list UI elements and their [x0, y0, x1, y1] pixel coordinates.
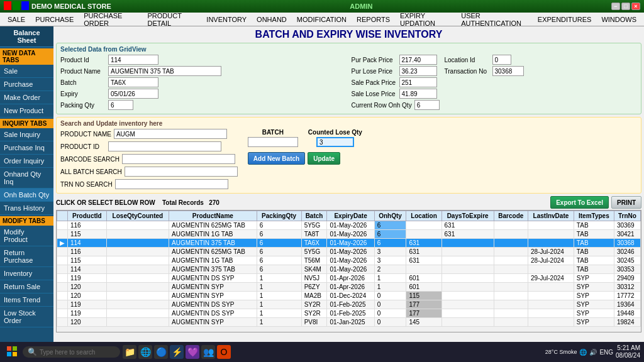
- sidebar-item-return-sale[interactable]: Return Sale: [0, 280, 53, 293]
- taskbar-icon-cmd[interactable]: ⚡: [170, 345, 184, 359]
- menu-expiry-updation[interactable]: EXPIRY UPDATION: [395, 11, 456, 28]
- location-id-input[interactable]: [492, 55, 511, 65]
- inventory-grid[interactable]: ProductId LoseQtyCounted ProductName Pac…: [56, 210, 641, 332]
- menu-sale[interactable]: SALE: [3, 14, 30, 25]
- sale-lose-label: Sale Lose Price: [352, 90, 397, 97]
- table-row[interactable]: ▶ 114 AUGMENTIN 375 TAB 6 TA6X 01-May-20…: [57, 239, 641, 248]
- search-batch-counted-area: BATCH Counted Lose Qty Add New Batch Upd…: [248, 129, 362, 190]
- taskbar-icon-office[interactable]: O: [217, 345, 231, 359]
- barcode-input[interactable]: [122, 154, 235, 164]
- taskbar-icon-edge[interactable]: 🌐: [138, 345, 152, 359]
- taskbar-search-input[interactable]: [40, 349, 115, 356]
- expiry-input[interactable]: [108, 89, 158, 99]
- search-product-name-input[interactable]: [114, 129, 227, 139]
- new-data-tabs-label: NEW DATA TABS: [0, 48, 53, 65]
- print-button[interactable]: PRINT: [611, 196, 641, 209]
- export-to-excel-button[interactable]: Export To Excel: [550, 196, 609, 209]
- transaction-no-input[interactable]: [492, 66, 524, 76]
- table-row[interactable]: 115 AUGMENTIN 1G TAB 6 TA8T 01-May-2026 …: [57, 230, 641, 239]
- page-title: BATCH AND EXPIRY WISE INVENTORY: [56, 29, 641, 40]
- menu-user-auth[interactable]: USER AUTHENTICATION: [456, 11, 533, 28]
- sidebar-item-modify-product[interactable]: Modify Product: [0, 226, 53, 246]
- trn-no-input[interactable]: [115, 179, 228, 189]
- product-name-input[interactable]: [108, 66, 221, 76]
- table-row[interactable]: 119 AUGMENTIN DS SYP 1 NV5J 01-Apr-2026 …: [57, 274, 641, 283]
- menu-modification[interactable]: MODIFICATION: [292, 14, 352, 25]
- sidebar-item-order-inquiry[interactable]: Order Inquiry: [0, 155, 53, 168]
- sidebar-item-return-purchase[interactable]: Return Purchase: [0, 246, 53, 267]
- menu-windows[interactable]: WINDOWS: [596, 14, 641, 25]
- table-row[interactable]: 115 AUGMENTIN 1G TAB 6 T56M 01-May-2026 …: [57, 256, 641, 265]
- menu-inventory[interactable]: INVENTORY: [201, 14, 252, 25]
- sidebar-item-new-product[interactable]: New Product: [0, 104, 53, 118]
- cell-lose-qty: [106, 221, 169, 230]
- menu-expenditures[interactable]: EXPENDITURES: [533, 14, 597, 25]
- date-display: 08/08/24: [616, 352, 640, 359]
- search-panel-title: Search and Update inventory here: [60, 120, 637, 127]
- menu-product-detail[interactable]: PRODUCT DETAIL: [142, 11, 201, 28]
- col-header-packing-qty: PackingQty: [257, 211, 301, 221]
- row-indicator: [57, 274, 68, 283]
- menu-reports[interactable]: REPORTS: [352, 14, 395, 25]
- menu-purchase[interactable]: PURCHASE: [30, 14, 79, 25]
- sidebar-item-purchase[interactable]: Purchase: [0, 78, 53, 91]
- sidebar-item-onhand-qty-inq[interactable]: Onhand Qty Inq: [0, 168, 53, 189]
- taskbar-icon-file-explorer[interactable]: 📁: [123, 345, 136, 359]
- table-row[interactable]: 120 AUGMENTIN SYP 1 PV8I 01-Jan-2025 0 1…: [57, 318, 641, 327]
- sidebar-item-inventory[interactable]: Inventory: [0, 267, 53, 280]
- pur-lose-input[interactable]: [399, 66, 437, 76]
- current-row-onh-input[interactable]: [414, 100, 440, 110]
- sale-lose-input[interactable]: [399, 89, 437, 99]
- sidebar-item-sale-inquiry[interactable]: Sale Inquiry: [0, 128, 53, 141]
- taskbar-icon-chrome[interactable]: 🔵: [154, 345, 168, 359]
- table-row[interactable]: 114 AUGMENTIN 375 TAB 6 SK4M 01-May-2026…: [57, 265, 641, 274]
- taskbar-icon-vs[interactable]: 💜: [186, 345, 199, 359]
- table-row[interactable]: 116 AUGMENTIN 625MG TAB 6 5Y5G 01-May-20…: [57, 248, 641, 256]
- close-button[interactable]: ×: [631, 3, 640, 10]
- table-body: 116 AUGMENTIN 625MG TAB 6 5Y5G 01-May-20…: [57, 221, 641, 327]
- cell-location: [406, 230, 441, 239]
- minimize-button[interactable]: −: [611, 3, 620, 10]
- selected-data-panel: Selected Data from GridView Product Id P…: [56, 43, 641, 114]
- search-product-id-input[interactable]: [108, 141, 221, 151]
- cell-batch: 5Y5G: [301, 248, 327, 256]
- sidebar-item-purchase-inq[interactable]: Purchase Inq: [0, 141, 53, 155]
- cell-packing-qty: 1: [257, 300, 301, 309]
- pur-pack-input[interactable]: [399, 55, 437, 65]
- cell-trn-no: 30353: [614, 265, 640, 274]
- all-batch-row: ALL BATCH SEARCH: [60, 167, 238, 177]
- sidebar-item-trans-history[interactable]: Trans History: [0, 202, 53, 215]
- update-button[interactable]: Update: [308, 152, 340, 165]
- maximize-button[interactable]: □: [621, 3, 630, 10]
- pur-lose-row: Pur Lose Price Transaction No: [352, 66, 638, 76]
- sale-pack-input[interactable]: [399, 77, 437, 87]
- col-header-days-to-expire: DaysToExpire: [441, 211, 494, 221]
- batch-search-input[interactable]: [248, 137, 298, 147]
- counted-lose-input[interactable]: [316, 137, 354, 147]
- inventory-table: ProductId LoseQtyCounted ProductName Pac…: [57, 211, 641, 327]
- all-batch-input[interactable]: [125, 167, 238, 177]
- menu-purchase-order[interactable]: PURCHASE ORDER: [79, 11, 142, 28]
- table-row[interactable]: 120 AUGMENTIN SYP 1 MA2B 01-Dec-2024 0 1…: [57, 292, 641, 300]
- taskbar-icon-teams[interactable]: 👥: [201, 345, 215, 359]
- cell-product-id: 115: [68, 256, 107, 265]
- sidebar-item-make-order[interactable]: Make Order: [0, 91, 53, 104]
- packing-qty-input[interactable]: [108, 100, 133, 110]
- table-row[interactable]: 120 AUGMENTIN SYP 1 P6ZY 01-Apr-2026 1 6…: [57, 283, 641, 292]
- sidebar-item-onh-batch-qty[interactable]: Onh Batch Qty: [0, 189, 53, 202]
- col-header-barcode: Barcode: [494, 211, 528, 221]
- menu-onhand[interactable]: ONHAND: [252, 14, 292, 25]
- add-new-batch-button[interactable]: Add New Batch: [248, 152, 305, 165]
- batch-input[interactable]: [108, 77, 158, 87]
- table-row[interactable]: 119 AUGMENTIN DS SYP 1 SY2R 01-Feb-2025 …: [57, 300, 641, 309]
- taskbar-search-box[interactable]: 🔍: [23, 346, 120, 358]
- sidebar-item-items-trend[interactable]: Items Trend: [0, 293, 53, 307]
- table-row[interactable]: 116 AUGMENTIN 625MG TAB 6 5Y5G 01-May-20…: [57, 221, 641, 230]
- language-display: ENG: [599, 349, 613, 356]
- product-id-input[interactable]: [108, 55, 158, 65]
- start-button[interactable]: [4, 344, 20, 360]
- sidebar-item-low-stock-order[interactable]: Low Stock Order: [0, 307, 53, 327]
- sidebar-item-sale[interactable]: Sale: [0, 65, 53, 78]
- clock-display: 5:21 AM 08/08/24: [616, 344, 640, 359]
- table-row[interactable]: 119 AUGMENTIN DS SYP 1 SY2R 01-Feb-2025 …: [57, 309, 641, 318]
